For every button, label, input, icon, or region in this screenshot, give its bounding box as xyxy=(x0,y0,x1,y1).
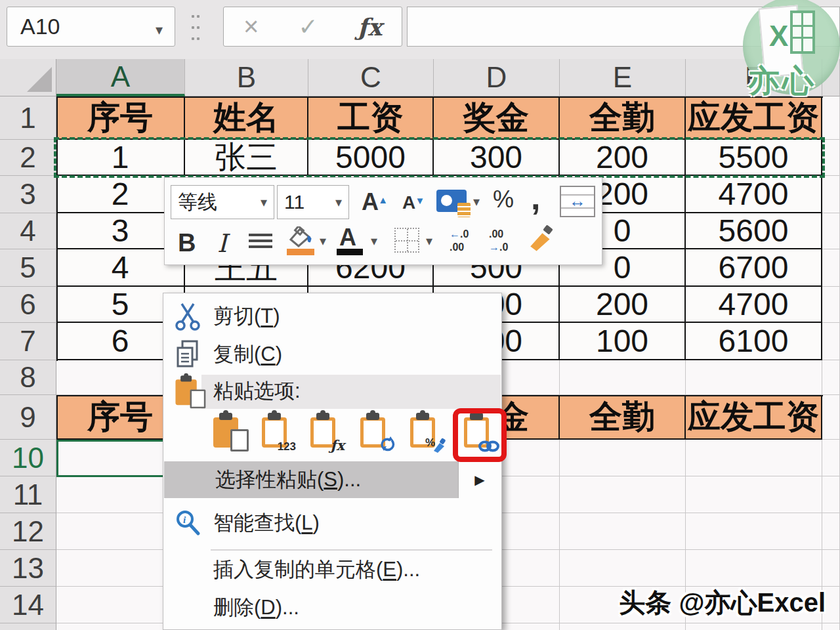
format-painter-icon[interactable] xyxy=(527,225,557,253)
paste-keep-source-icon[interactable] xyxy=(213,413,243,450)
menu-item-delete[interactable]: 删除(D)... xyxy=(163,589,501,627)
font-color-button[interactable]: A xyxy=(339,224,356,251)
cancel-icon[interactable]: × xyxy=(243,12,259,41)
column-header-A[interactable]: A xyxy=(56,59,185,96)
font-size-select[interactable]: 11 ▾ xyxy=(277,185,349,219)
cell-E6[interactable]: 200 xyxy=(560,287,686,323)
column-header-F[interactable]: F xyxy=(686,59,822,96)
cell-G2[interactable] xyxy=(822,140,840,176)
row-header-2[interactable]: 2 xyxy=(0,140,56,176)
row-header-4[interactable]: 4 xyxy=(0,213,56,249)
cell-F6[interactable]: 4700 xyxy=(686,287,822,323)
cell-G6[interactable] xyxy=(822,287,840,323)
cell-E9[interactable]: 全勤 xyxy=(560,395,686,440)
cell-A1[interactable]: 序号 xyxy=(56,96,185,140)
paste-formatting-icon[interactable]: % xyxy=(410,413,440,450)
row-header-3[interactable]: 3 xyxy=(0,176,56,213)
cell-D2[interactable]: 300 xyxy=(434,140,560,176)
cell-E2[interactable]: 200 xyxy=(560,140,686,176)
formula-bar-input[interactable] xyxy=(407,7,840,47)
name-box[interactable]: A10 ▾ xyxy=(7,7,175,47)
accounting-dropdown-icon[interactable]: ▾ xyxy=(473,194,480,209)
merge-cells-button[interactable]: ↔ xyxy=(560,186,595,217)
menu-item-smart-lookup[interactable]: i 智能查找(L) xyxy=(163,502,501,544)
cell-D1[interactable]: 奖金 xyxy=(434,96,560,140)
row-header-6[interactable]: 6 xyxy=(0,287,56,323)
cell-E11[interactable] xyxy=(560,476,686,513)
accounting-format-button[interactable] xyxy=(436,190,467,212)
menu-item-copy[interactable]: 复制(C) xyxy=(163,335,501,373)
increase-decimal-button[interactable]: .00→.0 xyxy=(489,228,508,254)
increase-font-size-button[interactable]: A▲ xyxy=(362,188,379,216)
cell-F4[interactable]: 5600 xyxy=(686,213,822,249)
row-header-10[interactable]: 10 xyxy=(0,440,56,476)
cell-F7[interactable]: 6100 xyxy=(686,323,822,360)
menu-item-cut[interactable]: 剪切(T) xyxy=(163,297,501,335)
row-header-1[interactable]: 1 xyxy=(0,96,56,140)
column-header-G-sliver[interactable] xyxy=(822,59,840,96)
borders-dropdown-icon[interactable]: ▾ xyxy=(426,233,432,249)
cell-G13[interactable] xyxy=(822,550,840,587)
row-header-11[interactable]: 11 xyxy=(0,476,56,513)
formula-bar-resize-handle[interactable] xyxy=(191,14,200,41)
cell-G10[interactable] xyxy=(822,440,840,476)
cell-F11[interactable] xyxy=(686,476,822,513)
cell-F12[interactable] xyxy=(686,513,822,550)
row-header-15-sliver[interactable] xyxy=(0,623,56,630)
row-header-13[interactable]: 13 xyxy=(0,550,56,587)
cell-F13[interactable] xyxy=(686,550,822,587)
cell-F10[interactable] xyxy=(686,440,822,476)
cell-F2[interactable]: 5500 xyxy=(686,140,822,176)
cell-G11[interactable] xyxy=(822,476,840,513)
row-header-5[interactable]: 5 xyxy=(0,249,56,287)
row-header-9[interactable]: 9 xyxy=(0,395,56,440)
bold-button[interactable]: B xyxy=(178,229,196,257)
italic-button[interactable]: I xyxy=(217,229,227,258)
cell-F1[interactable]: 应发工资 xyxy=(686,96,822,140)
decrease-decimal-button[interactable]: ←.0.00 xyxy=(450,228,469,254)
row-header-7[interactable]: 7 xyxy=(0,323,56,360)
cell-E15-sliver[interactable] xyxy=(560,623,686,630)
cell-G4[interactable] xyxy=(822,213,840,249)
cell-G3[interactable] xyxy=(822,176,840,213)
comma-style-button[interactable]: , xyxy=(531,178,540,217)
cell-E7[interactable]: 100 xyxy=(560,323,686,360)
cell-B1[interactable]: 姓名 xyxy=(185,96,308,140)
cell-G5[interactable] xyxy=(822,249,840,287)
cell-G7[interactable] xyxy=(822,323,840,360)
column-header-D[interactable]: D xyxy=(434,59,560,96)
cell-F3[interactable]: 4700 xyxy=(686,176,822,213)
row-header-8[interactable]: 8 xyxy=(0,360,56,395)
cell-E12[interactable] xyxy=(560,513,686,550)
paste-values-icon[interactable]: 123 xyxy=(262,413,292,450)
menu-item-insert-copied-cells[interactable]: 插入复制的单元格(E)... xyxy=(163,551,501,589)
cell-E13[interactable] xyxy=(560,550,686,587)
name-box-dropdown-icon[interactable]: ▾ xyxy=(156,22,163,39)
percent-style-button[interactable]: % xyxy=(493,186,514,213)
cell-G8[interactable] xyxy=(822,360,840,395)
fill-color-dropdown-icon[interactable]: ▾ xyxy=(320,233,326,249)
paste-transpose-icon[interactable] xyxy=(360,413,390,450)
font-color-dropdown-icon[interactable]: ▾ xyxy=(371,233,377,249)
row-header-14[interactable]: 14 xyxy=(0,587,56,623)
cell-G1[interactable] xyxy=(822,96,840,140)
borders-button[interactable] xyxy=(394,228,419,253)
paste-formulas-icon[interactable]: ƒx xyxy=(310,413,341,450)
cell-F15-sliver[interactable] xyxy=(686,623,822,630)
insert-function-icon[interactable]: ƒx xyxy=(358,13,382,41)
cell-G15-sliver[interactable] xyxy=(822,623,840,630)
cell-G12[interactable] xyxy=(822,513,840,550)
cell-G9[interactable] xyxy=(822,395,840,440)
font-name-select[interactable]: 等线 ▾ xyxy=(171,185,274,219)
row-header-12[interactable]: 12 xyxy=(0,513,56,550)
cell-E1[interactable]: 全勤 xyxy=(560,96,686,140)
cell-E10[interactable] xyxy=(560,440,686,476)
column-header-E[interactable]: E xyxy=(560,59,686,96)
cell-F8[interactable] xyxy=(686,360,822,395)
fill-color-bucket-icon[interactable] xyxy=(285,226,314,249)
cell-C2[interactable]: 5000 xyxy=(308,140,434,176)
cell-A2[interactable]: 1 xyxy=(56,140,185,176)
menu-item-paste-special[interactable]: 选择性粘贴(S)... ▶ xyxy=(164,461,501,498)
column-header-C[interactable]: C xyxy=(308,59,434,96)
column-header-B[interactable]: B xyxy=(185,59,308,96)
